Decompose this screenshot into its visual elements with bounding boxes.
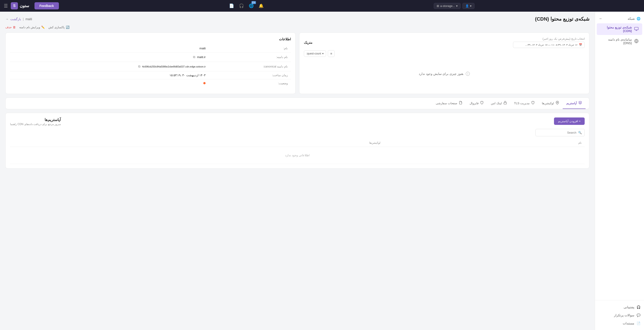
name-value: maiti — [10, 44, 209, 53]
tabs-bar: آپاستریم لوکیشن‌ها مدیریت TLS — [5, 97, 589, 109]
date-range-picker[interactable]: 📅 ۱۶ خرداد ۱۴۰۳، ۱۱:۰۸:۳۹ — ۱۷ خرداد ۱۴۰… — [513, 42, 585, 48]
info-row-status: وضعیت: — [10, 79, 291, 87]
canonical-value: 4c696cb250c84a5086e2cbe6fd83a537.cdn.edg… — [10, 62, 209, 71]
tab-pages[interactable]: صفحات سفارشی — [432, 98, 466, 109]
action-edit-domain[interactable]: ✏️ ویرایش نام دامنه — [19, 26, 45, 29]
tab-tls[interactable]: مدیریت TLS — [510, 98, 538, 109]
search-icon: 🔍 — [578, 131, 582, 134]
action-delete[interactable]: 🗑 حذف — [5, 26, 16, 29]
svg-rect-0 — [634, 27, 638, 30]
tab-pages-label: صفحات سفارشی — [436, 102, 457, 105]
status-label: وضعیت: — [209, 79, 291, 87]
upstream-search-box[interactable]: 🔍 — [536, 129, 585, 136]
copy-domain-btn[interactable]: ⧉ — [192, 55, 196, 59]
upstream-title: آپاستریم‌ها — [10, 117, 61, 122]
dropdown-arrow: ▾ — [470, 4, 472, 8]
domain-value: maiti.ir ⧉ — [10, 53, 209, 62]
upstream-search-input[interactable] — [538, 131, 576, 134]
main-content: شبکه‌ی توزیع محتوا (CDN) maiti | بازگشت … — [0, 12, 595, 330]
headset-icon-sidebar: 🎧 — [636, 305, 640, 309]
no-data-row: اطلاعاتی وجود ندارد — [10, 147, 585, 164]
status-value — [10, 79, 209, 87]
no-data-text: .هنوز چیزی برای نمایش وجود ندارد — [419, 72, 464, 76]
breadcrumb-separator: | — [23, 17, 24, 21]
info-title: اطلاعات — [10, 37, 291, 41]
search-wrapper: 🔍 — [10, 129, 585, 136]
edit-icon: ✏️ — [41, 26, 45, 29]
metric-select[interactable]: ▾ quest-count: — [304, 50, 326, 57]
filter-icon: ≡ — [330, 52, 332, 55]
sidebar-item-support[interactable]: 🎧 پشتیبانی — [595, 303, 644, 311]
tab-safelink[interactable]: لینک امن — [487, 98, 510, 109]
breadcrumb: maiti | بازگشت → — [5, 17, 32, 21]
created-label: زمان ساخت: — [209, 71, 291, 79]
tab-firewall[interactable]: فایروال — [466, 98, 487, 109]
notifications-btn[interactable]: 🔔 — [257, 2, 265, 10]
feedback-button[interactable]: Feedback — [34, 2, 59, 10]
network-label: شبکه — [628, 17, 635, 20]
network-arrow: → — [598, 17, 602, 21]
bell-icon: 🔔 — [259, 3, 264, 8]
sidebar-item-docs[interactable]: 📄 مستندات — [595, 319, 644, 327]
created-value: ۱۴۰۳ اردیبهشت ۳۰ ،۱۵:۵۳:۱۹ — [10, 71, 209, 79]
cache-icon: 🔄 — [66, 26, 70, 29]
grid-icon: ⊞ — [437, 4, 439, 8]
breadcrumb-back[interactable]: بازگشت — [10, 17, 21, 21]
trash-icon: 🗑 — [13, 26, 16, 29]
table-header-row: نام لوکیشن‌ها — [10, 139, 585, 147]
hamburger-menu[interactable]: ☰ — [3, 2, 9, 10]
info-card: اطلاعات نام: maiti نام دامنه: maiti.ir ⧉ — [5, 33, 296, 94]
calendar-icon: 📅 — [579, 43, 582, 46]
cdn-label: شبکه‌ی توزیع محتوا (CDN) — [600, 26, 632, 33]
copy-canonical-btn[interactable]: ⧉ — [137, 64, 141, 69]
cdn-icon — [634, 27, 639, 32]
pages-icon — [459, 101, 462, 105]
svg-point-2 — [557, 102, 558, 103]
sidebar-footer: 🎧 پشتیبانی 💬 سوالات پرتکرار 📄 مستندات — [595, 300, 644, 330]
filter-button[interactable]: ≡ — [328, 50, 334, 57]
page-title: شبکه‌ی توزیع محتوا (CDN) — [535, 16, 589, 22]
info-table: نام: maiti نام دامنه: maiti.ir ⧉ نام دام… — [10, 44, 291, 87]
page-header: شبکه‌ی توزیع محتوا (CDN) maiti | بازگشت … — [5, 16, 589, 22]
status-dot — [203, 82, 206, 84]
sidebar-item-dns[interactable]: سامانه‌ی نام دامنه (DNS) — [597, 35, 642, 47]
info-row-name: نام: maiti — [10, 44, 291, 53]
add-upstream-button[interactable]: + افزودن آپاستریم — [554, 117, 585, 125]
storage-dropdown[interactable]: ▾ ...a-storage ⊞ — [434, 3, 460, 9]
two-col-section: متریک انتخاب تاریخ (پیش‌فرض: یک روز اخیر… — [5, 33, 589, 94]
action-delete-label: حذف — [5, 26, 12, 29]
workspace-dropdown[interactable]: ▾ 👤 — [462, 3, 474, 9]
document-btn[interactable]: 📄 — [228, 2, 236, 10]
faq-label: سوالات پرتکرار — [614, 313, 634, 317]
topnav: ▾ 👤 ▾ ...a-storage ⊞ 🔔 🌐 EN 🎧 📄 Feedback… — [0, 0, 644, 12]
date-label: انتخاب تاریخ (پیش‌فرض: یک روز اخیر) — [513, 37, 585, 40]
tab-upstream[interactable]: آپاستریم — [563, 98, 586, 109]
lock-icon — [504, 101, 507, 105]
locations-icon — [556, 101, 559, 105]
info-row-domain: نام دامنه: maiti.ir ⧉ — [10, 53, 291, 62]
storage-dropdown-arrow: ▾ — [456, 4, 458, 8]
info-row-canonical: نام دامنه canonical: 4c696cb250c84a5086e… — [10, 62, 291, 71]
tab-locations[interactable]: لوکیشن‌ها — [538, 98, 563, 109]
sidebar-item-faq[interactable]: 💬 سوالات پرتکرار — [595, 311, 644, 319]
sidebar-item-network[interactable]: 🌐 شبکه → — [595, 14, 644, 23]
metrics-controls: متریک انتخاب تاریخ (پیش‌فرض: یک روز اخیر… — [304, 37, 585, 48]
sidebar: 🌐 شبکه → شبکه‌ی توزیع محتوا (CDN) سامانه… — [595, 12, 644, 330]
language-btn[interactable]: 🌐 EN — [247, 2, 255, 10]
logo-icon: S — [11, 2, 18, 10]
metrics-title: متریک — [304, 41, 312, 45]
layers-icon — [578, 101, 582, 105]
action-edit-label: ویرایش نام دامنه — [19, 26, 40, 29]
col-locations: لوکیشن‌ها — [10, 139, 384, 147]
tab-locations-label: لوکیشن‌ها — [542, 102, 554, 105]
dns-icon — [634, 39, 639, 44]
sidebar-item-cdn[interactable]: شبکه‌ی توزیع محتوا (CDN) — [597, 23, 642, 35]
no-data-message: i .هنوز چیزی برای نمایش وجود ندارد — [304, 58, 585, 89]
headset-btn[interactable]: 🎧 — [237, 2, 246, 10]
tab-upstream-label: آپاستریم — [566, 102, 577, 105]
metric-select-label: quest-count: — [306, 52, 321, 55]
tab-safelink-label: لینک امن — [491, 102, 502, 105]
document-icon: 📄 — [229, 3, 234, 8]
action-cache-purge[interactable]: 🔄 پاکسازی کش — [48, 26, 70, 29]
dns-label: سامانه‌ی نام دامنه (DNS) — [600, 38, 632, 45]
